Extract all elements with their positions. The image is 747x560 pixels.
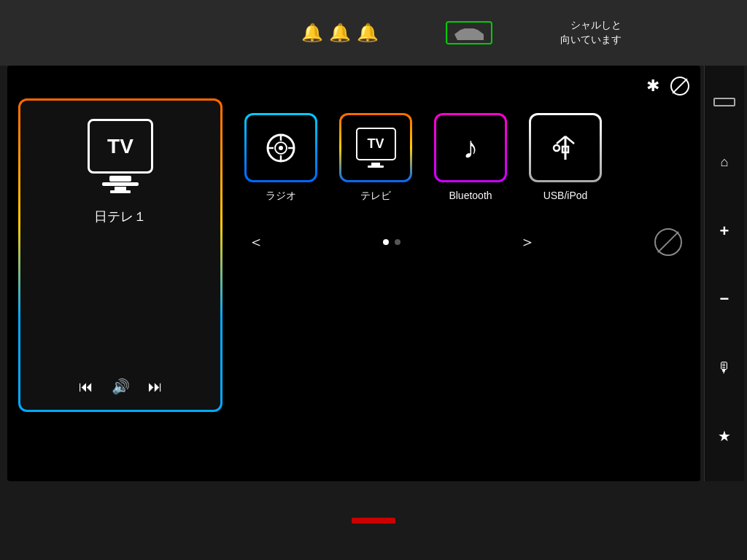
main-screen: ✱ TV 日テレ１ bbox=[7, 66, 700, 481]
right-section: ラジオ TV テレビ bbox=[222, 91, 689, 470]
bluetooth-icon-wrapper: ♪ bbox=[434, 113, 507, 182]
bluetooth-status-icon: ✱ bbox=[646, 77, 659, 96]
prev-button[interactable]: ⏮ bbox=[79, 378, 93, 395]
warning-indicators: 🔔 🔔 🔔 bbox=[301, 23, 379, 43]
screen-content: ✱ TV 日テレ１ bbox=[7, 66, 700, 481]
volume-minus-button[interactable]: − bbox=[710, 287, 739, 312]
tv-mini-box: TV bbox=[356, 128, 396, 160]
warning-icon-1: 🔔 bbox=[301, 23, 323, 43]
no-music-icon bbox=[654, 228, 682, 256]
radio-svg-icon bbox=[263, 131, 298, 166]
tv-controls: ⏮ 🔊 ⏭ bbox=[79, 378, 163, 395]
svg-line-10 bbox=[565, 136, 574, 144]
bottom-indicator bbox=[352, 518, 395, 524]
usb-svg-icon bbox=[549, 132, 581, 164]
radio-icon-wrapper bbox=[244, 113, 317, 182]
car-shape-icon bbox=[454, 26, 484, 40]
tv-label: TV bbox=[107, 135, 133, 158]
nav-next-arrow[interactable]: ＞ bbox=[519, 231, 535, 253]
car-indicator bbox=[446, 21, 492, 44]
japanese-status-text: シャルしと向いています bbox=[560, 18, 622, 47]
mic-button[interactable]: 🎙 bbox=[710, 355, 739, 381]
mini-tv-stand bbox=[368, 163, 384, 168]
top-bar: 🔔 🔔 🔔 シャルしと向いています bbox=[0, 0, 747, 66]
tv-main-card[interactable]: TV 日テレ１ ⏮ 🔊 ⏭ bbox=[18, 98, 222, 412]
radio-label: ラジオ bbox=[266, 190, 296, 203]
app-grid: ラジオ TV テレビ bbox=[241, 113, 689, 203]
tv-channel-name: 日テレ１ bbox=[94, 208, 147, 225]
warning-icon-3: 🔔 bbox=[357, 23, 379, 43]
app-card-usb[interactable]: USB/iPod bbox=[525, 113, 605, 203]
mini-stand-base bbox=[368, 166, 384, 168]
home-button[interactable]: ⌂ bbox=[710, 149, 739, 175]
nav-dot-1 bbox=[383, 239, 389, 245]
svg-point-2 bbox=[279, 146, 283, 150]
main-layout: TV 日テレ１ ⏮ 🔊 ⏭ bbox=[18, 77, 689, 470]
bluetooth-svg-icon: ♪ bbox=[454, 132, 487, 164]
tv-stand-base bbox=[110, 190, 131, 193]
svg-line-9 bbox=[557, 136, 565, 144]
nav-prev-arrow[interactable]: ＜ bbox=[248, 231, 264, 253]
volume-button[interactable]: 🔊 bbox=[112, 378, 130, 395]
nav-dot-2 bbox=[395, 239, 400, 245]
svg-text:♪: ♪ bbox=[463, 132, 479, 164]
tv-mini-icon-group: TV bbox=[356, 128, 396, 168]
usb-icon-wrapper bbox=[529, 113, 602, 182]
app-card-tv[interactable]: TV テレビ bbox=[336, 113, 416, 203]
bottom-bar bbox=[0, 481, 747, 560]
app-card-radio[interactable]: ラジオ bbox=[241, 113, 321, 203]
power-indicator bbox=[713, 98, 735, 106]
volume-plus-button[interactable]: + bbox=[710, 218, 739, 244]
tv-icon-group: TV bbox=[88, 119, 153, 193]
tv-card-content: TV 日テレ１ bbox=[88, 119, 153, 225]
usb-label: USB/iPod bbox=[543, 190, 588, 201]
status-bar: ✱ bbox=[646, 77, 689, 96]
no-signal-icon bbox=[670, 77, 689, 96]
favorites-button[interactable]: ★ bbox=[710, 424, 739, 449]
tv-stand bbox=[110, 187, 131, 193]
next-button[interactable]: ⏭ bbox=[148, 378, 163, 395]
tv-app-label: テレビ bbox=[360, 190, 391, 203]
bluetooth-label: Bluetooth bbox=[449, 190, 492, 201]
app-card-bluetooth[interactable]: ♪ Bluetooth bbox=[430, 113, 511, 203]
warning-icon-2: 🔔 bbox=[329, 23, 351, 43]
svg-point-11 bbox=[554, 145, 560, 151]
side-buttons: ⌂ + − 🎙 ★ bbox=[704, 66, 744, 481]
tv-icon-wrapper: TV bbox=[339, 113, 412, 182]
tv-main-icon: TV bbox=[88, 119, 153, 174]
nav-dots bbox=[383, 239, 400, 245]
nav-row: ＜ ＞ bbox=[241, 228, 689, 256]
